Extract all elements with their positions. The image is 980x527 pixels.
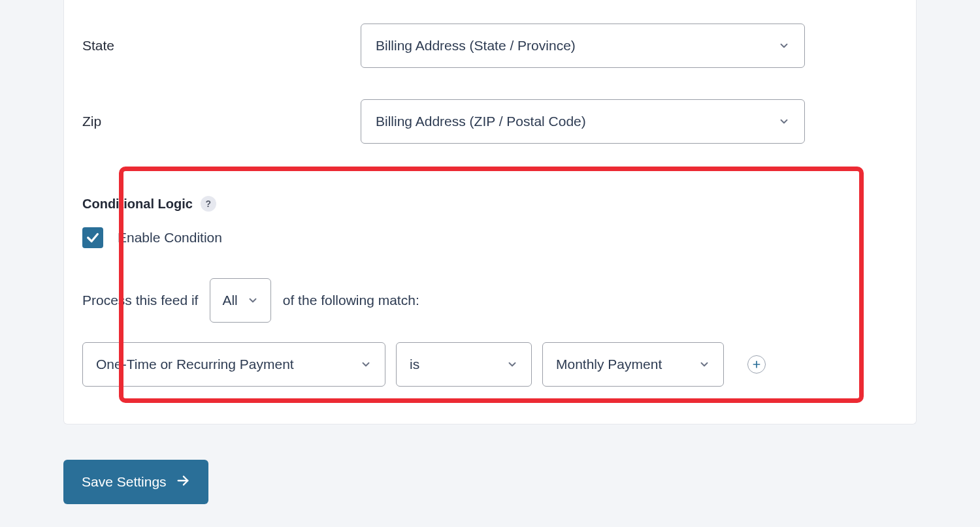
- condition-operator-select[interactable]: is: [396, 342, 532, 387]
- field-label-state: State: [82, 38, 361, 54]
- condition-operator-value: is: [410, 357, 419, 372]
- condition-suffix: of the following match:: [283, 293, 419, 308]
- match-type-select[interactable]: All: [210, 278, 270, 323]
- zip-select[interactable]: Billing Address (ZIP / Postal Code): [361, 99, 805, 144]
- state-select-value: Billing Address (State / Province): [376, 38, 576, 54]
- condition-value-value: Monthly Payment: [556, 357, 662, 372]
- field-label-zip: Zip: [82, 114, 361, 129]
- settings-panel: State Billing Address (State / Province)…: [63, 0, 917, 424]
- chevron-down-icon: [778, 116, 790, 127]
- condition-row: One-Time or Recurring Payment is Monthly…: [64, 342, 916, 387]
- condition-value-select[interactable]: Monthly Payment: [542, 342, 724, 387]
- zip-select-value: Billing Address (ZIP / Postal Code): [376, 114, 586, 129]
- chevron-down-icon: [506, 359, 518, 370]
- chevron-down-icon: [778, 40, 790, 52]
- field-row-zip: Zip Billing Address (ZIP / Postal Code): [64, 99, 916, 144]
- chevron-down-icon: [360, 359, 372, 370]
- condition-field-select[interactable]: One-Time or Recurring Payment: [82, 342, 385, 387]
- enable-condition-checkbox[interactable]: [82, 227, 103, 248]
- help-icon[interactable]: ?: [201, 196, 216, 212]
- condition-prefix: Process this feed if: [82, 293, 198, 308]
- save-settings-button[interactable]: Save Settings: [63, 460, 208, 504]
- conditional-logic-header: Conditional Logic ?: [64, 196, 916, 212]
- condition-field-value: One-Time or Recurring Payment: [96, 357, 294, 372]
- chevron-down-icon: [247, 295, 259, 306]
- conditional-logic-title: Conditional Logic: [82, 197, 193, 212]
- arrow-right-icon: [176, 473, 190, 491]
- field-row-state: State Billing Address (State / Province): [64, 24, 916, 68]
- chevron-down-icon: [698, 359, 710, 370]
- condition-match-line: Process this feed if All of the followin…: [64, 278, 916, 323]
- save-button-label: Save Settings: [82, 474, 167, 490]
- state-select[interactable]: Billing Address (State / Province): [361, 24, 805, 68]
- enable-condition-row: Enable Condition: [64, 227, 916, 248]
- add-condition-button[interactable]: [747, 355, 766, 374]
- match-type-value: All: [222, 293, 237, 308]
- enable-condition-label: Enable Condition: [118, 230, 222, 246]
